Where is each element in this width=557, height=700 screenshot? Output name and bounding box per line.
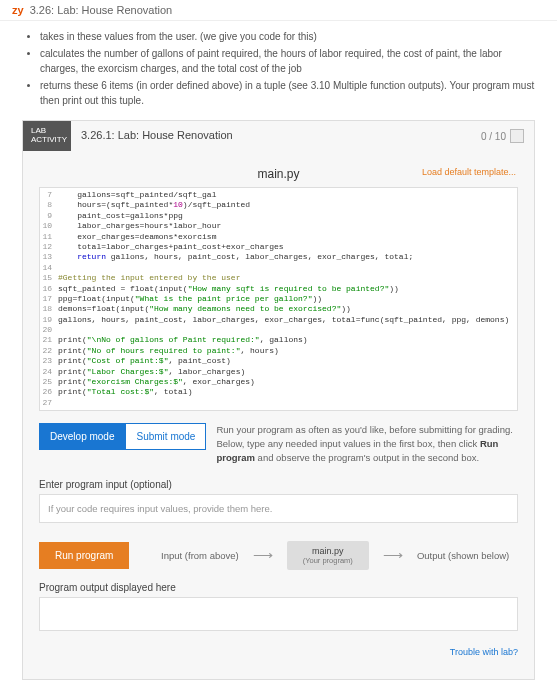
code-line[interactable]: 10 labor_charges=hours*labor_hour — [40, 221, 517, 231]
code-line[interactable]: 19gallons, hours, paint_cost, labor_char… — [40, 315, 517, 325]
code-line[interactable]: 18demons=float(input("How many deamons n… — [40, 304, 517, 314]
list-item: calculates the number of gallons of pain… — [40, 46, 535, 76]
develop-mode-button[interactable]: Develop mode — [39, 423, 125, 450]
code-line[interactable]: 9 paint_cost=gallons*ppg — [40, 211, 517, 221]
input-flow-label: Input (from above) — [161, 550, 239, 561]
arrow-icon: ⟶ — [383, 547, 403, 563]
code-line[interactable]: 17ppg=float(input("What is the paint pri… — [40, 294, 517, 304]
program-output — [39, 597, 518, 631]
code-line[interactable]: 16sqft_painted = float(input("How many s… — [40, 284, 517, 294]
load-template-link[interactable]: Load default template... — [422, 167, 516, 177]
activity-header: LAB ACTIVITY 3.26.1: Lab: House Renovati… — [23, 121, 534, 151]
code-line[interactable]: 22print("No of hours required to paint:"… — [40, 346, 517, 356]
run-program-button[interactable]: Run program — [39, 542, 129, 569]
filename-bar: main.py Load default template... — [39, 161, 518, 187]
mode-description: Run your program as often as you'd like,… — [216, 423, 518, 464]
input-label: Enter program input (optional) — [39, 479, 518, 490]
code-line[interactable]: 8 hours=(sqft_painted*10)/sqft_painted — [40, 200, 517, 210]
code-line[interactable]: 11 exor_charges=deamons*exorcism — [40, 232, 517, 242]
breadcrumb: 3.26: Lab: House Renovation — [30, 4, 173, 16]
code-editor[interactable]: 7 gallons=sqft_painted/sqft_gal8 hours=(… — [39, 187, 518, 411]
program-file-box: main.py (Your program) — [287, 541, 369, 570]
code-line[interactable]: 15#Getting the input entered by the user — [40, 273, 517, 283]
arrow-icon: ⟶ — [253, 547, 273, 563]
trouble-link[interactable]: Trouble with lab? — [450, 647, 518, 657]
output-flow-label: Output (shown below) — [417, 550, 509, 561]
code-line[interactable]: 13 return gallons, hours, paint_cost, la… — [40, 252, 517, 262]
page-header: zy 3.26: Lab: House Renovation — [0, 0, 557, 21]
activity-title: 3.26.1: Lab: House Renovation — [71, 121, 471, 151]
code-line[interactable]: 26print("Total cost:$", total) — [40, 387, 517, 397]
code-line[interactable]: 25print("exorcism Charges:$", exor_charg… — [40, 377, 517, 387]
code-line[interactable]: 23print("Cost of paint:$", paint_cost) — [40, 356, 517, 366]
code-line[interactable]: 14 — [40, 263, 517, 273]
output-label: Program output displayed here — [39, 582, 518, 593]
brand-text: zy — [12, 4, 24, 16]
description-list: takes in these values from the user. (we… — [40, 29, 535, 108]
code-line[interactable]: 12 total=labor_charges+paint_cost+exor_c… — [40, 242, 517, 252]
program-input[interactable]: If your code requires input values, prov… — [39, 494, 518, 523]
code-line[interactable]: 7 gallons=sqft_painted/sqft_gal — [40, 190, 517, 200]
lab-activity-box: LAB ACTIVITY 3.26.1: Lab: House Renovati… — [22, 120, 535, 680]
list-item: returns these 6 items (in order defined … — [40, 78, 535, 108]
submit-mode-button[interactable]: Submit mode — [125, 423, 206, 450]
score-icon — [510, 129, 524, 143]
code-line[interactable]: 24print("Labor Charges:$", labor_charges… — [40, 367, 517, 377]
code-line[interactable]: 20 — [40, 325, 517, 335]
lab-tag: LAB ACTIVITY — [23, 121, 71, 151]
code-line[interactable]: 27 — [40, 398, 517, 408]
activity-score: 0 / 10 — [471, 121, 534, 151]
code-line[interactable]: 21print("\nNo of gallons of Paint requir… — [40, 335, 517, 345]
filename: main.py — [257, 167, 299, 181]
list-item: takes in these values from the user. (we… — [40, 29, 535, 44]
